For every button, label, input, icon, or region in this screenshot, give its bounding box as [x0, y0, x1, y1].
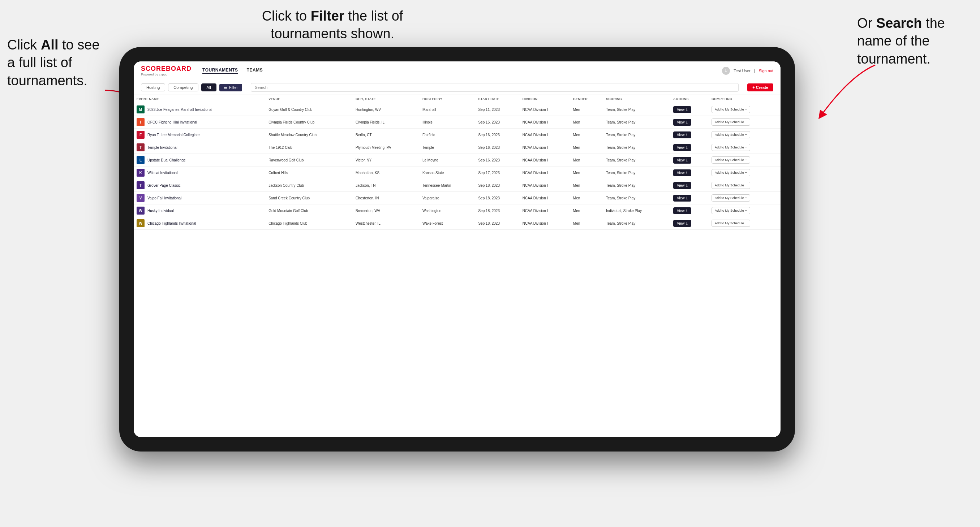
cell-actions: View ℹ	[670, 103, 709, 116]
view-icon: ℹ	[686, 196, 688, 200]
cell-gender: Men	[570, 103, 603, 116]
logo-title: SCOREBOARD	[141, 65, 191, 73]
cell-division: NCAA Division I	[520, 129, 570, 141]
table-row: T Temple Invitational The 1912 Club Plym…	[134, 141, 781, 154]
view-button[interactable]: View ℹ	[673, 207, 691, 214]
add-to-schedule-button[interactable]: Add to My Schedule +	[711, 131, 750, 138]
cell-start-date: Sep 15, 2023	[476, 116, 520, 129]
view-button[interactable]: View ℹ	[673, 157, 691, 163]
logo: SCOREBOARD Powered by clippd	[141, 65, 191, 76]
cell-competing: Add to My Schedule +	[709, 141, 781, 154]
add-to-schedule-button[interactable]: Add to My Schedule +	[711, 182, 750, 189]
team-logo: K	[137, 169, 145, 177]
view-button[interactable]: View ℹ	[673, 170, 691, 176]
view-button[interactable]: View ℹ	[673, 119, 691, 126]
cell-competing: Add to My Schedule +	[709, 179, 781, 192]
view-button[interactable]: View ℹ	[673, 195, 691, 202]
view-icon: ℹ	[686, 171, 688, 175]
nav-menu: TOURNAMENTS TEAMS	[202, 68, 722, 74]
col-gender: GENDER	[570, 95, 603, 103]
view-icon: ℹ	[686, 184, 688, 187]
team-logo: V	[137, 194, 145, 202]
cell-start-date: Sep 18, 2023	[476, 192, 520, 205]
cell-hosted-by: Tennessee-Martin	[420, 179, 476, 192]
cell-event-name: W Chicago Highlands Invitational	[134, 217, 266, 230]
cell-start-date: Sep 18, 2023	[476, 179, 520, 192]
event-name-text: Chicago Highlands Invitational	[148, 221, 196, 226]
team-logo: W	[137, 206, 145, 214]
cell-competing: Add to My Schedule +	[709, 192, 781, 205]
tab-hosting[interactable]: Hosting	[141, 83, 165, 91]
plus-icon: +	[745, 196, 747, 200]
cell-scoring: Team, Stroke Play	[603, 167, 670, 179]
event-name-text: Valpo Fall Invitational	[148, 196, 181, 200]
cell-scoring: Team, Stroke Play	[603, 179, 670, 192]
view-button[interactable]: View ℹ	[673, 220, 691, 227]
cell-gender: Men	[570, 205, 603, 217]
col-venue: VENUE	[266, 95, 353, 103]
cell-scoring: Team, Stroke Play	[603, 116, 670, 129]
cell-division: NCAA Division I	[520, 192, 570, 205]
cell-scoring: Team, Stroke Play	[603, 217, 670, 230]
cell-hosted-by: Temple	[420, 141, 476, 154]
cell-city-state: Plymouth Meeting, PA	[353, 141, 420, 154]
view-button[interactable]: View ℹ	[673, 182, 691, 189]
event-name-text: Wildcat Invitational	[148, 170, 177, 175]
cell-start-date: Sep 16, 2023	[476, 129, 520, 141]
view-button[interactable]: View ℹ	[673, 132, 691, 138]
cell-gender: Men	[570, 129, 603, 141]
team-logo: W	[137, 219, 145, 227]
tab-all[interactable]: All	[201, 83, 216, 91]
cell-city-state: Olympia Fields, IL	[353, 116, 420, 129]
nav-tournaments[interactable]: TOURNAMENTS	[202, 68, 238, 74]
view-button[interactable]: View ℹ	[673, 144, 691, 151]
cell-event-name: W Husky Individual	[134, 205, 266, 217]
nav-teams[interactable]: TEAMS	[247, 68, 263, 74]
cell-venue: Chicago Highlands Club	[266, 217, 353, 230]
add-to-schedule-button[interactable]: Add to My Schedule +	[711, 106, 750, 113]
cell-gender: Men	[570, 154, 603, 167]
add-to-schedule-button[interactable]: Add to My Schedule +	[711, 169, 750, 176]
cell-venue: Sand Creek Country Club	[266, 192, 353, 205]
cell-actions: View ℹ	[670, 141, 709, 154]
add-to-schedule-button[interactable]: Add to My Schedule +	[711, 207, 750, 214]
add-to-schedule-button[interactable]: Add to My Schedule +	[711, 144, 750, 151]
cell-venue: Guyan Golf & Country Club	[266, 103, 353, 116]
col-event-name: EVENT NAME	[134, 95, 266, 103]
filter-button[interactable]: ☰ Filter	[220, 84, 242, 91]
add-to-schedule-button[interactable]: Add to My Schedule +	[711, 220, 750, 227]
cell-competing: Add to My Schedule +	[709, 217, 781, 230]
tablet-screen: SCOREBOARD Powered by clippd TOURNAMENTS…	[134, 61, 781, 437]
annotation-right: Or Search the name of the tournament.	[857, 14, 973, 68]
add-to-schedule-button[interactable]: Add to My Schedule +	[711, 119, 750, 126]
cell-division: NCAA Division I	[520, 179, 570, 192]
cell-city-state: Berlin, CT	[353, 129, 420, 141]
plus-icon: +	[745, 108, 747, 111]
create-button[interactable]: + Create	[747, 83, 773, 91]
cell-gender: Men	[570, 192, 603, 205]
separator: |	[754, 68, 755, 73]
plus-icon: +	[745, 133, 747, 137]
filter-icon: ☰	[224, 85, 227, 90]
team-logo: T	[137, 181, 145, 189]
cell-division: NCAA Division I	[520, 154, 570, 167]
user-avatar: U	[722, 67, 730, 75]
view-button[interactable]: View ℹ	[673, 106, 691, 113]
cell-actions: View ℹ	[670, 154, 709, 167]
col-city-state: CITY, STATE	[353, 95, 420, 103]
view-icon: ℹ	[686, 158, 688, 162]
add-to-schedule-button[interactable]: Add to My Schedule +	[711, 156, 750, 163]
cell-event-name: M 2023 Joe Feaganes Marshall Invitationa…	[134, 103, 266, 116]
cell-actions: View ℹ	[670, 167, 709, 179]
sign-out-link[interactable]: Sign out	[759, 68, 773, 73]
cell-venue: Jackson Country Club	[266, 179, 353, 192]
tab-competing[interactable]: Competing	[168, 83, 198, 91]
plus-icon: +	[745, 209, 747, 213]
cell-gender: Men	[570, 116, 603, 129]
view-icon: ℹ	[686, 221, 688, 225]
tournaments-table: EVENT NAME VENUE CITY, STATE HOSTED BY S…	[134, 95, 781, 230]
add-to-schedule-button[interactable]: Add to My Schedule +	[711, 194, 750, 202]
search-input[interactable]	[251, 83, 738, 92]
cell-scoring: Team, Stroke Play	[603, 154, 670, 167]
event-name-text: Ryan T. Lee Memorial Collegiate	[148, 133, 199, 137]
